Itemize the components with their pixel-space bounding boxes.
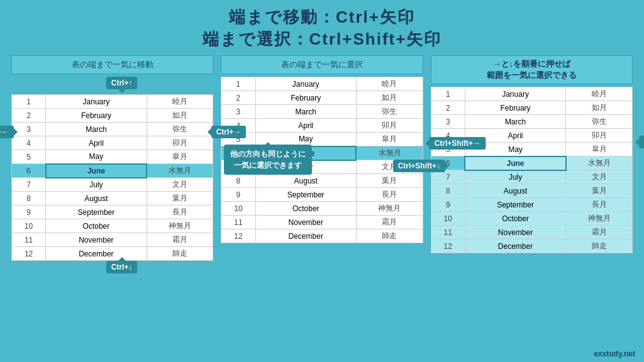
table-row: 1January睦月 [431,87,632,101]
month-number: 7 [431,170,465,184]
panel1-inner: Ctrl+↑ 1January睦月2February如月3March弥生4Apr… [11,77,213,261]
month-number: 1 [12,95,46,109]
table-row: 10October神無月 [12,219,213,233]
month-english: September [465,198,565,212]
month-english: February [46,109,147,123]
month-japanese: 神無月 [147,219,213,233]
month-japanese: 水無月 [147,164,213,178]
table-row: 12December師走 [431,239,632,253]
panel-select: 表の端まで一気に選択 1January睦月2February如月3March弥生… [221,55,423,261]
month-number: 8 [221,174,255,188]
month-japanese: 卯月 [147,136,213,150]
month-number: 9 [221,188,255,202]
month-english: February [465,101,565,115]
month-japanese: 皐月 [147,150,213,164]
month-japanese: 霜月 [356,216,423,229]
month-english: March [465,115,565,129]
month-english: December [255,229,356,243]
table-row: 8August葉月 [12,192,213,206]
table-row: 3March弥生 [221,105,423,119]
month-japanese: 長月 [356,188,423,202]
footnote: exstudy.net [594,349,635,358]
month-number: 2 [431,101,465,115]
table-row: 11November霜月 [12,233,213,247]
table-row: 11November霜月 [221,216,423,229]
month-japanese: 皐月 [356,133,423,146]
table-row: 9September長月 [431,198,632,212]
month-english: June [46,164,147,178]
table-row: 1January睦月 [12,95,213,109]
table-row: 12December師走 [12,247,213,261]
month-number: 1 [431,87,465,101]
month-number: 2 [221,91,255,105]
month-japanese: 睦月 [147,95,213,109]
table-row: 2February如月 [221,91,423,105]
month-english: February [255,91,356,105]
table-row: 9September長月 [221,188,423,202]
month-japanese: 文月 [566,170,633,184]
month-japanese: 葉月 [566,184,633,198]
month-english: November [255,216,356,229]
month-japanese: 睦月 [356,77,423,91]
header: 端まで移動：Ctrl+矢印 端まで選択：Ctrl+Shift+矢印 [0,0,644,55]
panel3-table: 1January睦月2February如月3March弥生4April卯月5Ma… [431,87,633,253]
table-row: 3March弥生 [431,115,632,129]
month-japanese: 神無月 [356,202,423,216]
month-english: August [465,184,565,198]
month-number: 3 [431,115,465,129]
table-row: 12December師走 [221,229,423,243]
month-japanese: 水無月 [566,156,633,170]
month-japanese: 神無月 [566,212,633,226]
badge-ctrl-shift-right-p3: Ctrl+Shift+→ [639,136,644,148]
month-number: 9 [431,198,465,212]
month-english: January [255,77,356,91]
month-japanese: 如月 [566,101,633,115]
table-row: 10October神無月 [431,212,632,226]
month-english: July [46,178,147,192]
month-number: 12 [221,229,255,243]
table-row: 7July文月 [431,170,632,184]
month-number: 10 [431,212,465,226]
table-row: 11November霜月 [431,226,632,239]
month-english: January [46,95,147,109]
month-number: 12 [12,247,46,261]
table-row: 2February如月 [431,101,632,115]
month-japanese: 師走 [566,239,633,253]
panel1-table: 1January睦月2February如月3March弥生4April卯月5Ma… [11,94,213,261]
month-japanese: 如月 [147,109,213,123]
table-row: 7July文月 [12,178,213,192]
month-number: 8 [431,184,465,198]
month-english: October [255,202,356,216]
month-number: 8 [12,192,46,206]
table-row: 1January睦月 [221,77,423,91]
month-number: 5 [12,150,46,164]
month-english: June [465,156,565,170]
badge-ctrl-down: Ctrl+↓ [106,261,138,273]
bubble-text: 他の方向も同じように一気に選択できます [230,150,306,170]
panel3-table-wrapper: 1January睦月2February如月3March弥生4April卯月5Ma… [431,87,633,253]
badge-ctrl-right: Ctrl+→ [211,126,247,138]
badge-ctrl-left: Ctrl+← [0,126,14,138]
month-number: 11 [221,216,255,229]
panel1-title: 表の端まで一気に移動 [11,55,213,74]
month-english: April [255,119,356,133]
month-japanese: 皐月 [566,143,633,156]
month-japanese: 長月 [566,198,633,212]
month-english: March [255,105,356,119]
month-japanese: 葉月 [356,174,423,188]
month-japanese: 文月 [147,178,213,192]
month-japanese: 葉月 [147,192,213,206]
month-japanese: 長月 [147,206,213,219]
panel-move: 表の端まで一気に移動 Ctrl+↑ 1January睦月2February如月3… [11,55,213,261]
month-japanese: 如月 [356,91,423,105]
panel1-table-wrapper: 1January睦月2February如月3March弥生4April卯月5Ma… [11,94,213,261]
badge-ctrl-shift-down-p3: Ctrl+Shift+↓ [393,160,445,172]
month-english: December [46,247,147,261]
month-english: September [46,206,147,219]
month-number: 4 [12,136,46,150]
panel2-title: 表の端まで一気に選択 [221,55,423,74]
month-number: 10 [12,219,46,233]
month-japanese: 霜月 [566,226,633,239]
month-english: August [255,174,356,188]
table-row: 2February如月 [12,109,213,123]
